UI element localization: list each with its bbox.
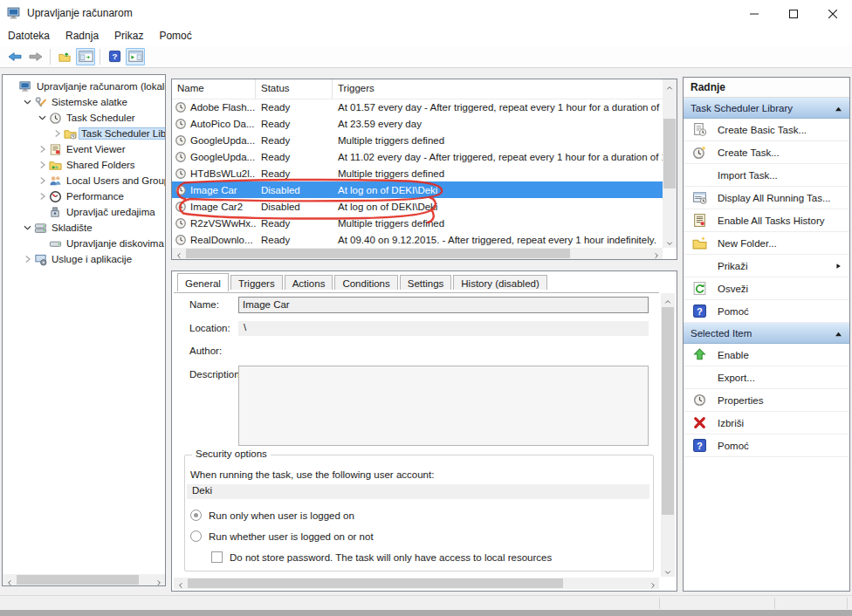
- action-pomo-[interactable]: ?Pomoć: [684, 300, 849, 323]
- task-row-adobe-flash-[interactable]: Adobe Flash...ReadyAt 01.57 every day - …: [172, 99, 663, 115]
- scroll-left-button[interactable]: [174, 578, 187, 589]
- action-osve-i[interactable]: Osveži: [684, 277, 849, 300]
- tree-item-label: Event Viewer: [65, 144, 127, 154]
- column-header-name[interactable]: Name: [172, 79, 256, 99]
- tree-item-upravljanje-diskovima[interactable]: Upravljanje diskovima: [3, 236, 165, 251]
- tree-item-task-scheduler[interactable]: Task Scheduler: [3, 110, 165, 126]
- scrollbar-thumb[interactable]: [662, 307, 674, 515]
- action-create-basic-task-[interactable]: Create Basic Task...: [684, 119, 849, 141]
- radio-run-whether[interactable]: Run whether user is logged on or not: [190, 530, 374, 542]
- chevron-right-icon[interactable]: [21, 253, 34, 265]
- tab-history-disabled-[interactable]: History (disabled): [453, 275, 546, 290]
- tree-item-performance[interactable]: Performance: [3, 188, 165, 204]
- scrollbar-thumb[interactable]: [186, 249, 570, 258]
- tree-item-skladi-te[interactable]: Skladište: [3, 220, 165, 236]
- action-enable[interactable]: Enable: [684, 344, 849, 366]
- action-display-all-running-tas-[interactable]: Display All Running Tas...: [684, 187, 849, 209]
- actions-section-selected-item[interactable]: Selected Item: [684, 323, 849, 344]
- chevron-down-icon[interactable]: [21, 222, 34, 234]
- tree-item-shared-folders[interactable]: Shared Folders: [3, 157, 165, 173]
- scroll-right-button[interactable]: [646, 578, 659, 589]
- minimize-button[interactable]: [734, 0, 773, 26]
- chevron-right-icon[interactable]: [36, 175, 49, 187]
- scrollbar-thumb[interactable]: [17, 575, 139, 585]
- up-folder-button[interactable]: [55, 48, 74, 65]
- menu-datoteka[interactable]: Datoteka: [0, 27, 58, 44]
- scroll-right-button[interactable]: [649, 248, 663, 259]
- tab-actions[interactable]: Actions: [285, 275, 333, 290]
- task-row-realdownlo-[interactable]: RealDownlo...ReadyAt 09.40 on 9.12.2015.…: [172, 231, 663, 248]
- show-action-pane-button[interactable]: [126, 48, 145, 65]
- show-console-tree-button[interactable]: [76, 48, 95, 65]
- scroll-up-button[interactable]: [663, 79, 677, 92]
- action-label: New Folder...: [718, 238, 777, 249]
- shared-folders-icon: [49, 159, 62, 172]
- menu-radnja[interactable]: Radnja: [58, 27, 106, 44]
- task-row-image-car[interactable]: Image CarDisabledAt log on of DEKI\Deki: [172, 181, 663, 198]
- scroll-up-button[interactable]: [661, 293, 675, 306]
- scroll-left-button[interactable]: [3, 574, 16, 585]
- column-header-status[interactable]: Status: [256, 79, 333, 99]
- chevron-right-icon[interactable]: [36, 159, 49, 171]
- column-header-triggers[interactable]: Triggers: [333, 79, 663, 99]
- actions-section-task-scheduler-library[interactable]: Task Scheduler Library: [684, 98, 849, 119]
- scrollbar-thumb[interactable]: [663, 119, 676, 188]
- tab-settings[interactable]: Settings: [400, 275, 452, 290]
- detail-vertical-scrollbar[interactable]: [661, 293, 675, 577]
- scroll-down-button[interactable]: [661, 564, 675, 577]
- task-row-googleupda-[interactable]: GoogleUpda...ReadyAt 11.02 every day - A…: [172, 148, 663, 165]
- action-export-[interactable]: Export...: [684, 366, 849, 389]
- maximize-button[interactable]: [773, 0, 813, 26]
- tree-item-sistemske-alatke[interactable]: Sistemske alatke: [3, 94, 165, 110]
- menu-pomoć[interactable]: Pomoć: [151, 27, 199, 44]
- app-icon: [7, 6, 22, 21]
- chevron-down-icon[interactable]: [21, 96, 34, 108]
- detail-horizontal-scrollbar[interactable]: [174, 578, 659, 589]
- task-list-horizontal-scrollbar[interactable]: [172, 248, 663, 259]
- tree-item-upravlja-ure-ajima[interactable]: Upravljač uređajima: [3, 204, 165, 220]
- title-bar: Upravljanje računarom: [0, 0, 852, 26]
- tab-general[interactable]: General: [177, 273, 229, 291]
- checkbox-no-password[interactable]: Do not store password. The task will onl…: [211, 551, 552, 563]
- description-field[interactable]: [238, 366, 649, 446]
- action-new-folder-[interactable]: New Folder...: [684, 232, 849, 255]
- tab-triggers[interactable]: Triggers: [230, 275, 283, 290]
- chevron-right-icon[interactable]: [36, 190, 49, 202]
- scroll-down-button[interactable]: [663, 235, 677, 248]
- scroll-right-button[interactable]: [152, 574, 165, 585]
- task-row-autopico-da-[interactable]: AutoPico Da...ReadyAt 23.59 every day: [172, 115, 663, 132]
- action-properties[interactable]: Properties: [684, 389, 849, 412]
- tree-item-usluge-i-aplikacije[interactable]: Usluge i aplikacije: [3, 251, 165, 267]
- action-izbri-i[interactable]: Izbriši: [684, 412, 849, 435]
- action-create-task-[interactable]: Create Task...: [684, 141, 849, 164]
- help-button[interactable]: ?: [105, 48, 124, 65]
- task-list-vertical-scrollbar[interactable]: [663, 79, 677, 248]
- task-row-r2zvswwhx-[interactable]: R2zVSWwHx...ReadyMultiple triggers defin…: [172, 215, 663, 231]
- action-enable-all-tasks-history[interactable]: Enable All Tasks History: [684, 209, 849, 232]
- task-row-image-car2[interactable]: Image Car2DisabledAt log on of DEKI\Deki: [172, 198, 663, 215]
- action-import-task-[interactable]: Import Task...: [684, 164, 849, 187]
- scroll-left-button[interactable]: [172, 248, 185, 259]
- back-button[interactable]: [5, 48, 24, 65]
- chevron-right-icon[interactable]: [51, 127, 64, 140]
- tree-item-upravljanje-ra-unarom-lokalno[interactable]: Upravljanje računarom (lokalno: [3, 79, 165, 94]
- close-button[interactable]: [813, 0, 852, 26]
- chevron-right-icon[interactable]: [36, 143, 49, 155]
- forward-button[interactable]: [26, 48, 45, 65]
- tree-item-task-scheduler-libra[interactable]: Task Scheduler Libra: [3, 126, 165, 141]
- tree-horizontal-scrollbar[interactable]: [3, 574, 165, 585]
- task-row-googleupda-[interactable]: GoogleUpda...ReadyMultiple triggers defi…: [172, 132, 663, 148]
- radio-run-logged-on[interactable]: Run only when user is logged on: [190, 510, 354, 521]
- chevron-down-icon[interactable]: [36, 112, 49, 124]
- action-pomo-[interactable]: ?Pomoć: [684, 435, 849, 457]
- menu-prikaz[interactable]: Prikaz: [106, 27, 151, 44]
- task-row-htdbswlu2l-[interactable]: HTdBsWLu2l...ReadyMultiple triggers defi…: [172, 165, 663, 181]
- properties-icon: [692, 393, 707, 407]
- tree-item-event-viewer[interactable]: Event Viewer: [3, 141, 165, 157]
- scrollbar-thumb[interactable]: [188, 578, 563, 588]
- tree-item-local-users-and-groups[interactable]: Local Users and Groups: [3, 173, 165, 188]
- name-field[interactable]: Image Car: [238, 297, 649, 313]
- tab-conditions[interactable]: Conditions: [334, 275, 397, 290]
- tree-item-label: Sistemske alatke: [50, 97, 129, 107]
- action-prika-i[interactable]: Prikaži: [684, 255, 849, 277]
